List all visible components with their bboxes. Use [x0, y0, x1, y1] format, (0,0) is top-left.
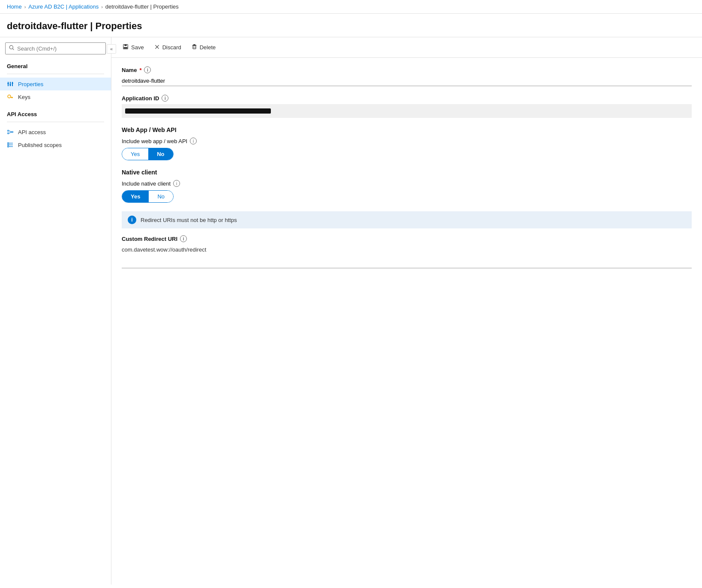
include-web-no[interactable]: No — [148, 148, 173, 160]
sidebar-item-published-scopes[interactable]: Published scopes — [0, 138, 111, 151]
svg-rect-4 — [12, 82, 13, 86]
info-banner: i Redirect URIs must not be http or http… — [122, 211, 692, 228]
svg-rect-3 — [10, 82, 11, 86]
svg-rect-7 — [12, 83, 13, 84]
breadcrumb-home[interactable]: Home — [7, 3, 22, 10]
app-id-info-icon[interactable]: i — [162, 95, 168, 102]
native-client-heading: Native client — [122, 169, 692, 176]
svg-point-17 — [8, 143, 9, 144]
sidebar-divider-general — [7, 74, 104, 74]
redirect-uri-info-icon[interactable]: i — [180, 235, 187, 242]
form-content: Name * i Application ID i Web App / Web … — [111, 58, 702, 285]
redirect-uri-field-group: Custom Redirect URI i com.davetest.wow:/… — [122, 235, 692, 268]
svg-rect-24 — [124, 45, 126, 46]
app-id-value — [122, 104, 692, 118]
svg-line-15 — [9, 131, 12, 132]
delete-button[interactable]: Delete — [187, 42, 220, 53]
save-icon — [123, 44, 129, 51]
name-input[interactable] — [122, 76, 692, 86]
svg-point-8 — [8, 95, 11, 98]
name-field-group: Name * i — [122, 66, 692, 86]
sidebar: « General Properties — [0, 37, 111, 585]
info-banner-text: Redirect URIs must not be http or https — [141, 217, 237, 223]
search-container — [5, 42, 106, 54]
required-indicator: * — [139, 67, 141, 73]
sidebar-item-keys-label: Keys — [18, 94, 30, 100]
include-native-toggle: Yes No — [122, 190, 174, 203]
svg-line-1 — [13, 49, 14, 50]
sidebar-item-keys[interactable]: Keys — [0, 90, 111, 103]
page-title: detroitdave-flutter | Properties — [7, 21, 695, 32]
name-label: Name * i — [122, 66, 692, 73]
toolbar: Save Discard — [111, 37, 702, 58]
info-banner-icon: i — [128, 216, 136, 224]
svg-point-13 — [8, 133, 9, 134]
app-id-field-group: Application ID i — [122, 95, 692, 118]
app-id-label: Application ID i — [122, 95, 692, 102]
page-header: detroitdave-flutter | Properties — [0, 14, 702, 37]
sidebar-item-properties[interactable]: Properties — [0, 78, 111, 90]
native-client-section: Native client Include native client i Ye… — [122, 169, 692, 203]
save-label: Save — [131, 44, 144, 51]
breadcrumb: Home › Azure AD B2C | Applications › det… — [0, 0, 702, 14]
content-area: Save Discard — [111, 37, 702, 585]
svg-rect-25 — [124, 47, 128, 49]
include-web-label: Include web app / web API i — [122, 138, 692, 144]
breadcrumb-sep-1: › — [24, 4, 26, 9]
collapse-button[interactable]: « — [107, 44, 116, 54]
delete-icon — [192, 44, 197, 51]
redirect-uri-input[interactable] — [122, 258, 692, 268]
discard-label: Discard — [162, 44, 181, 51]
svg-rect-5 — [7, 83, 9, 84]
sidebar-item-properties-label: Properties — [18, 81, 43, 87]
include-native-no[interactable]: No — [149, 191, 173, 202]
sidebar-section-api: API Access — [0, 108, 111, 120]
key-icon — [7, 93, 14, 100]
discard-button[interactable]: Discard — [150, 42, 186, 53]
include-web-info-icon[interactable]: i — [190, 138, 197, 144]
redirect-uri-input-wrapper — [122, 258, 692, 268]
svg-rect-30 — [193, 46, 196, 49]
sidebar-item-scopes-label: Published scopes — [18, 142, 62, 148]
svg-point-19 — [8, 146, 9, 147]
scopes-icon — [7, 141, 14, 148]
discard-icon — [154, 44, 160, 51]
include-web-toggle: Yes No — [122, 148, 174, 160]
breadcrumb-azure[interactable]: Azure AD B2C | Applications — [28, 3, 99, 10]
svg-point-14 — [12, 132, 13, 133]
web-app-section: Web App / Web API Include web app / web … — [122, 126, 692, 160]
sidebar-divider-api — [7, 122, 104, 122]
svg-point-12 — [8, 130, 9, 132]
name-info-icon[interactable]: i — [144, 66, 151, 73]
web-app-heading: Web App / Web API — [122, 126, 692, 133]
svg-rect-29 — [192, 45, 196, 45]
breadcrumb-sep-2: › — [101, 4, 103, 9]
sidebar-item-api-access[interactable]: API access — [0, 126, 111, 138]
save-button[interactable]: Save — [118, 42, 148, 53]
svg-rect-6 — [9, 84, 11, 85]
svg-rect-28 — [193, 44, 195, 45]
include-native-label: Include native client i — [122, 180, 692, 187]
svg-point-0 — [9, 45, 13, 49]
search-icon — [9, 45, 15, 52]
svg-line-16 — [9, 132, 12, 133]
include-web-yes[interactable]: Yes — [122, 148, 148, 160]
redacted-bar — [125, 108, 271, 114]
api-icon — [7, 129, 14, 135]
delete-label: Delete — [200, 44, 216, 51]
include-native-yes[interactable]: Yes — [122, 191, 149, 202]
redirect-uri-value: com.davetest.wow://oauth/redirect — [122, 245, 692, 255]
svg-point-18 — [8, 144, 9, 146]
redirect-uri-label: Custom Redirect URI i — [122, 235, 692, 242]
breadcrumb-current: detroitdave-flutter | Properties — [105, 3, 179, 10]
sidebar-section-general: General — [0, 60, 111, 72]
sidebar-item-api-label: API access — [18, 129, 46, 135]
search-input[interactable] — [17, 45, 102, 52]
sliders-icon — [7, 81, 14, 87]
include-native-info-icon[interactable]: i — [173, 180, 180, 187]
